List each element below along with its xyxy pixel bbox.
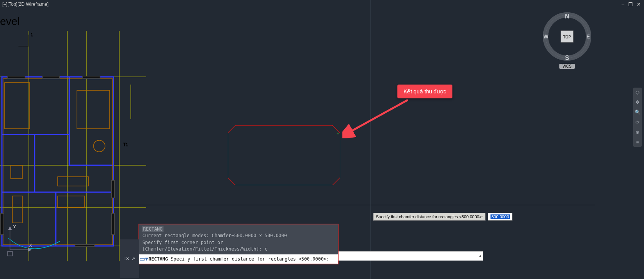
compass-e: E bbox=[586, 33, 590, 40]
svg-point-19 bbox=[93, 140, 105, 152]
compass-w: W bbox=[543, 33, 549, 40]
svg-rect-44 bbox=[8, 251, 12, 256]
svg-rect-17 bbox=[5, 83, 30, 129]
viewport-label[interactable]: [–][Top][2D Wireframe] bbox=[2, 2, 48, 7]
command-prompt-text[interactable]: RECTANG Specify first chamfer distance f… bbox=[148, 256, 338, 262]
svg-marker-42 bbox=[8, 227, 12, 230]
svg-rect-26 bbox=[83, 76, 100, 78]
cmd-history-line-3: Specify first corner point or [Chamfer/E… bbox=[142, 239, 335, 253]
command-line-tools[interactable]: ⁞✕ ↗ bbox=[120, 239, 139, 279]
nav-pan-icon[interactable]: ✥ bbox=[634, 99, 641, 105]
dynamic-input-tooltip: Specify first chamfer distance for recta… bbox=[373, 213, 512, 221]
svg-rect-18 bbox=[77, 90, 110, 129]
svg-rect-27 bbox=[112, 181, 115, 198]
svg-rect-16 bbox=[3, 79, 113, 245]
svg-text:X: X bbox=[29, 243, 32, 247]
command-line-extension[interactable]: ▴ bbox=[339, 251, 483, 261]
crosshair-vertical bbox=[370, 0, 370, 279]
svg-rect-20 bbox=[58, 177, 88, 186]
level-text: evel bbox=[0, 15, 20, 28]
svg-rect-28 bbox=[112, 213, 115, 234]
navigation-bar: ◎ ✥ 🔍 ⟳ ⊕ ≡ bbox=[633, 88, 642, 147]
command-window-highlight: RECTANG Current rectangle modes: Chamfer… bbox=[138, 224, 339, 264]
cmd-history-line-2: Current rectangle modes: Chamfer=500.000… bbox=[142, 232, 335, 239]
snap-cursor: + bbox=[337, 131, 339, 136]
svg-rect-24 bbox=[8, 76, 25, 78]
svg-rect-9 bbox=[2, 77, 113, 246]
customize-icon[interactable]: ⁞✕ bbox=[124, 256, 129, 261]
viewcube-top: TOP bbox=[563, 35, 571, 39]
svg-marker-35 bbox=[228, 125, 340, 185]
nav-orbit-icon[interactable]: ⟳ bbox=[634, 119, 641, 125]
close-button[interactable]: ✕ bbox=[637, 2, 641, 7]
nav-more-icon[interactable]: ≡ bbox=[634, 139, 641, 145]
svg-text:1: 1 bbox=[31, 33, 33, 37]
wcs-badge[interactable]: WCS bbox=[559, 64, 574, 69]
nav-wheel-icon[interactable]: ◎ bbox=[634, 89, 641, 95]
nav-show-icon[interactable]: ⊕ bbox=[634, 129, 641, 135]
restore-button[interactable]: ❐ bbox=[628, 2, 633, 7]
svg-text:T1: T1 bbox=[123, 142, 128, 147]
svg-text:Y: Y bbox=[13, 224, 16, 229]
svg-rect-25 bbox=[42, 76, 60, 78]
compass-n: N bbox=[565, 13, 569, 20]
command-expand-icon[interactable]: ▴ bbox=[479, 253, 481, 257]
annotation-callout: Kết quả thu được bbox=[397, 85, 452, 98]
svg-marker-43 bbox=[28, 248, 31, 251]
chamfered-rectangle bbox=[228, 125, 340, 185]
dynamic-input-value[interactable]: 500.0000 bbox=[488, 213, 512, 221]
dynamic-input-label: Specify first chamfer distance for recta… bbox=[373, 213, 486, 221]
svg-rect-23 bbox=[58, 196, 85, 208]
svg-rect-29 bbox=[75, 244, 94, 247]
ucs-icon[interactable]: Y X bbox=[2, 223, 33, 259]
command-prompt-icon: ▭▾ bbox=[139, 255, 148, 262]
compass-s: S bbox=[565, 55, 569, 61]
svg-rect-21 bbox=[11, 165, 22, 179]
view-cube[interactable]: N S W E TOP WCS bbox=[540, 12, 594, 73]
cmd-history-line-1: RECTANG bbox=[142, 226, 164, 232]
command-line[interactable]: ⁞✕ ↗ ▭▾ RECTANG Specify first chamfer di… bbox=[139, 254, 338, 264]
nav-zoom-icon[interactable]: 🔍 bbox=[634, 109, 641, 115]
viewport-window-controls: – ❐ ✕ bbox=[622, 2, 641, 7]
svg-rect-22 bbox=[12, 196, 22, 223]
command-history: RECTANG Current rectangle modes: Chamfer… bbox=[139, 224, 338, 254]
minimize-button[interactable]: – bbox=[622, 2, 624, 7]
recent-icon[interactable]: ↗ bbox=[132, 256, 135, 261]
